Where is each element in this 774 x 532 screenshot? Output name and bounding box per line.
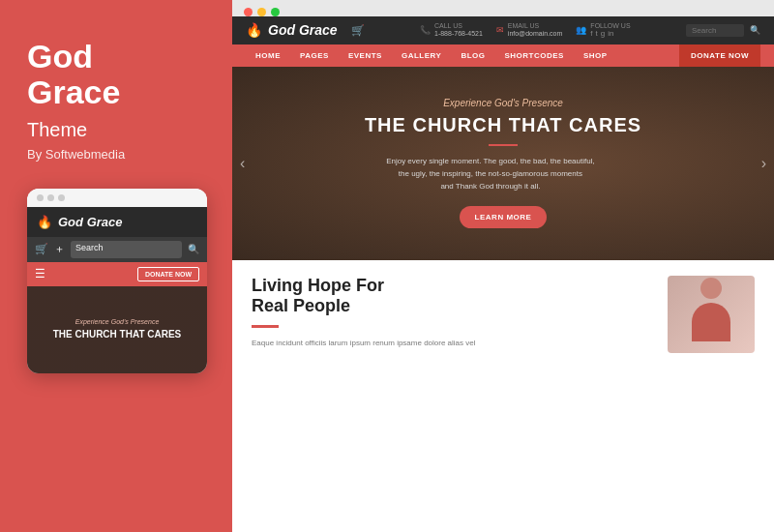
below-hero-divider xyxy=(252,325,279,328)
hero-divider xyxy=(489,144,518,146)
person-head xyxy=(700,278,722,299)
nav-gallery[interactable]: GALLERY xyxy=(392,44,451,67)
site-search-button[interactable]: 🔍 xyxy=(750,25,760,35)
email-icon: ✉ xyxy=(496,25,504,35)
person-silhouette xyxy=(682,278,740,350)
site-hero: ‹ Experience God's Presence THE CHURCH T… xyxy=(232,67,774,260)
hero-cta-button[interactable]: LEARN MORE xyxy=(460,206,548,228)
hero-description: Enjoy every single moment. The good, the… xyxy=(365,156,616,192)
hero-next-arrow[interactable]: › xyxy=(761,155,766,172)
mobile-hero: Experience God's Presence THE CHURCH THA… xyxy=(27,286,207,373)
mobile-dots xyxy=(27,189,207,207)
left-panel: God Grace Theme By Softwebmedia 🔥 God Gr… xyxy=(0,0,232,532)
theme-subtitle: Theme xyxy=(27,119,205,141)
site-contact-phone: 📞 Call Us 1-888-768-4521 xyxy=(420,22,483,39)
site-cart-icon[interactable]: 🛒 xyxy=(351,24,365,37)
site-contact: 📞 Call Us 1-888-768-4521 ✉ Email Us info… xyxy=(365,22,686,39)
below-hero-description: Eaque incidunt officiis larum ipsum renu… xyxy=(252,338,652,350)
site-follow: 👥 Follow Us f t g in xyxy=(576,22,630,38)
mobile-nav-bar: ☰ DONATE NOW xyxy=(27,262,207,286)
site-logo: God Grace xyxy=(268,22,338,38)
theme-title: God Grace xyxy=(27,39,205,111)
nav-pages[interactable]: PAGES xyxy=(290,44,339,67)
nav-home[interactable]: HOME xyxy=(246,44,290,67)
call-label: Call Us xyxy=(434,22,483,29)
website-frame: 🔥 God Grace 🛒 📞 Call Us 1-888-768-4521 ✉ xyxy=(232,16,774,532)
mobile-dot-1 xyxy=(37,194,44,201)
browser-dot-minimize[interactable] xyxy=(257,8,266,16)
browser-chrome xyxy=(232,0,774,16)
instagram-icon[interactable]: in xyxy=(608,29,613,38)
mobile-search-button[interactable]: 🔍 xyxy=(188,244,199,254)
site-search-input[interactable] xyxy=(686,24,744,37)
right-panel: 🔥 God Grace 🛒 📞 Call Us 1-888-768-4521 ✉ xyxy=(232,0,774,532)
mobile-cart-icon[interactable]: 🛒 xyxy=(35,243,48,255)
email-value: info@domain.com xyxy=(508,29,563,39)
mobile-donate-button[interactable]: DONATE NOW xyxy=(137,267,199,281)
mobile-mockup: 🔥 God Grace 🛒 ＋ Search 🔍 ☰ DONATE NOW Ex… xyxy=(27,189,207,373)
nav-shortcodes[interactable]: SHORTCODES xyxy=(494,44,573,67)
theme-by: By Softwebmedia xyxy=(27,147,205,162)
person-body xyxy=(692,303,730,341)
browser-dot-close[interactable] xyxy=(244,8,253,16)
below-hero-title: Living Hope For Real People xyxy=(252,276,652,317)
phone-icon: 📞 xyxy=(420,25,431,35)
browser-dot-maximize[interactable] xyxy=(271,8,280,16)
mobile-hamburger-icon[interactable]: ☰ xyxy=(35,267,45,281)
site-logo-area: 🔥 God Grace 🛒 xyxy=(246,22,365,38)
mobile-search-bar: 🛒 ＋ Search 🔍 xyxy=(27,237,207,262)
mobile-header: 🔥 God Grace xyxy=(27,207,207,237)
nav-events[interactable]: EVENTS xyxy=(339,44,392,67)
google-icon[interactable]: g xyxy=(601,29,605,38)
mobile-search-input[interactable]: Search xyxy=(71,241,182,258)
mobile-plus-icon[interactable]: ＋ xyxy=(54,242,65,256)
site-search-area: 🔍 xyxy=(686,24,760,37)
site-below-hero: Living Hope For Real People Eaque incidu… xyxy=(232,260,774,532)
hero-content: Experience God's Presence THE CHURCH THA… xyxy=(365,98,641,228)
below-hero-text: Living Hope For Real People Eaque incidu… xyxy=(252,276,652,517)
twitter-icon[interactable]: t xyxy=(596,29,598,38)
hero-title: THE CHURCH THAT CARES xyxy=(365,114,641,136)
nav-items: HOME PAGES EVENTS GALLERY BLOG SHORTCODE… xyxy=(246,44,679,67)
follow-label: Follow Us xyxy=(590,22,630,29)
follow-icon: 👥 xyxy=(576,25,586,35)
site-navbar: HOME PAGES EVENTS GALLERY BLOG SHORTCODE… xyxy=(232,44,774,67)
mobile-hero-title: THE CHURCH THAT CARES xyxy=(53,329,182,340)
site-flame-icon: 🔥 xyxy=(246,22,262,38)
below-hero-image xyxy=(668,276,755,353)
call-number: 1-888-768-4521 xyxy=(434,29,483,39)
facebook-icon[interactable]: f xyxy=(590,29,592,38)
mobile-dot-3 xyxy=(58,194,65,201)
nav-shop[interactable]: SHOP xyxy=(574,44,617,67)
nav-blog[interactable]: BLOG xyxy=(451,44,494,67)
mobile-dot-2 xyxy=(47,194,54,201)
social-icons: f t g in xyxy=(590,29,630,38)
hero-prev-arrow[interactable]: ‹ xyxy=(240,155,245,172)
email-label: Email Us xyxy=(508,22,563,29)
mobile-flame-icon: 🔥 xyxy=(37,215,52,229)
site-topbar: 🔥 God Grace 🛒 📞 Call Us 1-888-768-4521 ✉ xyxy=(232,16,774,44)
site-contact-email: ✉ Email Us info@domain.com xyxy=(496,22,563,39)
mobile-logo: God Grace xyxy=(58,215,123,229)
hero-eyebrow: Experience God's Presence xyxy=(365,98,641,108)
mobile-hero-eyebrow: Experience God's Presence xyxy=(75,318,160,325)
nav-donate-button[interactable]: DONATE NOW xyxy=(679,44,760,67)
